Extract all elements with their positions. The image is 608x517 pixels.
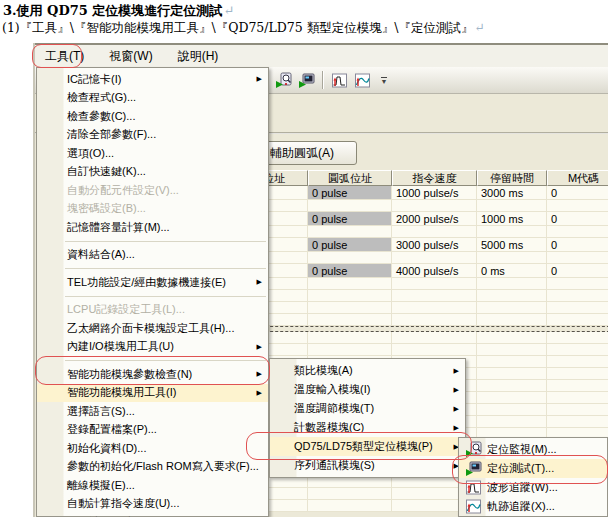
grid-cell[interactable]: 2000 pulse/s [392, 212, 477, 226]
locus-icon [463, 498, 483, 515]
menu-item-qd75-ld75-positioning-module[interactable]: QD75/LD75類型定位模塊(P)▶ [270, 437, 465, 456]
menu-item-label: 序列通訊模塊(S) [294, 458, 375, 473]
grid-cell [477, 344, 547, 356]
menu-item-positioning-monitor[interactable]: 定位監視(M)... [459, 440, 607, 459]
submenu-arrow-icon: ▶ [454, 367, 459, 375]
grid-empty-row [240, 344, 608, 356]
grid-spacer-row [240, 252, 608, 264]
menu-item-locus-trace[interactable]: 軌跡追蹤(X)... [459, 497, 607, 516]
menu-item-label: 選擇語言(S)... [67, 404, 135, 419]
menu-item-label: 參數的初始化/Flash ROM寫入要求(F)... [67, 459, 259, 474]
grid-spacer-row [240, 200, 608, 212]
grid-cell [547, 368, 608, 380]
menu-item-wave-trace[interactable]: 波形追蹤(W)... [459, 478, 607, 497]
qd75-positioning-submenu: 定位監視(M)...定位測試(T)...波形追蹤(W)...軌跡追蹤(X)... [458, 437, 608, 517]
menu-item-temperature-input-module[interactable]: 溫度輸入模塊(I)▶ [270, 380, 465, 399]
menu-item-label: 計數器模塊(C) [294, 420, 364, 435]
menu-item-check-parameter[interactable]: 檢查參數(C)... [37, 107, 268, 126]
submenu-arrow-icon: ▶ [454, 424, 459, 432]
grid-column-header: 圓弧位址 [308, 170, 392, 186]
menu-item-label: 定位監視(M)... [487, 442, 557, 457]
menu-item-label: 記憶體容量計算(M)... [67, 220, 170, 235]
menu-item-temperature-control-module[interactable]: 溫度調節模塊(T)▶ [270, 399, 465, 418]
grid-cell[interactable]: 4000 pulse/s [392, 264, 477, 278]
grid-cell [392, 226, 477, 238]
menu-item-label: 塊密碼設定(B)... [67, 201, 146, 216]
grid-cell[interactable]: 1000 pulse/s [392, 186, 477, 200]
menu-item-ethernet-adapter-module-tool[interactable]: 乙太網路介面卡模塊設定工具(H)... [37, 319, 268, 338]
menu-separator [65, 239, 266, 242]
menu-item-device-auto-assign: 自動分配元件設定(V)... [37, 181, 268, 200]
grid-cell[interactable]: 0 [547, 212, 608, 226]
menu-separator [65, 358, 266, 361]
menu-item-positioning-test[interactable]: 定位測試(T)... [459, 459, 607, 478]
menu-item-check-program[interactable]: 檢查程式(G)... [37, 89, 268, 108]
menu-item-builtin-io-module-tool[interactable]: 內建I/O模塊用工具(U)▶ [37, 338, 268, 357]
grid-empty-row [240, 290, 608, 302]
menu-item-tel-function-modem[interactable]: TEL功能設定/經由數據機連接(E)▶ [37, 273, 268, 292]
grid-cell [392, 278, 477, 290]
grid-cell [547, 290, 608, 302]
menu-item-serial-communication-module[interactable]: 序列通訊模塊(S)▶ [270, 456, 465, 475]
menu-item-intelligent-module-param-check[interactable]: 智能功能模塊參數檢查(N)▶ [37, 365, 268, 384]
toolbar-overflow-chevron-icon[interactable]: ▼ [378, 69, 390, 91]
intelligent-function-submenu: 類比模塊(A)▶溫度輸入模塊(I)▶溫度調節模塊(T)▶計數器模塊(C)▶QD7… [269, 358, 466, 478]
menu-item-label: 類比模塊(A) [294, 363, 353, 378]
submenu-arrow-icon: ▶ [257, 278, 262, 286]
grid-cell[interactable]: 0 pulse [308, 186, 392, 200]
grid-cell[interactable]: 0 [547, 264, 608, 278]
menu-item-memory-capacity-calculation[interactable]: 記憶體容量計算(M)... [37, 218, 268, 237]
menu-item-options[interactable]: 選項(O)... [37, 144, 268, 163]
menu-item-label: LCPU記錄設定工具(L)... [67, 302, 185, 317]
grid-cell[interactable]: 0 [547, 238, 608, 252]
menu-item-label: 初始化資料(D)... [67, 441, 146, 456]
menu-item-auto-calc-command-speed[interactable]: 自動計算指令速度(U)... [37, 495, 268, 514]
menu-item-analog-module[interactable]: 類比模塊(A)▶ [270, 361, 465, 380]
grid-cell[interactable]: 0 ms [477, 264, 547, 278]
menu-item-register-profile[interactable]: 登錄配置檔案(P)... [37, 421, 268, 440]
grid-cell[interactable]: 3000 ms [477, 186, 547, 200]
menu-item-label: 智能功能模塊用工具(I) [67, 385, 176, 400]
grid-cell [392, 200, 477, 212]
grid-spacer-row [240, 278, 608, 290]
wave-icon [463, 479, 483, 496]
menubar-item-help[interactable]: 說明(H) [168, 46, 229, 67]
menu-item-param-init-flash-rom[interactable]: 參數的初始化/Flash ROM寫入要求(F)... [37, 458, 268, 477]
menu-item-offline-simulation[interactable]: 離線模擬(E)... [37, 476, 268, 495]
menu-item-intelligent-module-tool[interactable]: 智能功能模塊用工具(I)▶ [37, 384, 268, 403]
menu-item-label: TEL功能設定/經由數據機連接(E) [67, 275, 226, 290]
menu-item-label: 選項(O)... [67, 146, 114, 161]
menu-item-auto-calc-auxiliary-arc[interactable]: 自動計算輔助圓弧(A)... [37, 513, 268, 517]
grid-cell [308, 332, 392, 344]
grid-cell[interactable]: 0 pulse [308, 238, 392, 252]
menu-item-clear-all-parameters[interactable]: 清除全部參數(F)... [37, 126, 268, 145]
menubar-item-tools[interactable]: 工具(T) [35, 46, 94, 67]
toolbar-wave-trace-button[interactable] [328, 69, 350, 91]
grid-data-row: 0 pulse2000 pulse/s1000 ms0 [240, 212, 608, 226]
menu-item-counter-module[interactable]: 計數器模塊(C)▶ [270, 418, 465, 437]
menu-item-ic-memory-card[interactable]: IC記憶卡(I)▶ [37, 70, 268, 89]
menu-item-label: 自訂快速鍵(K)... [67, 164, 146, 179]
monitor-icon [463, 441, 483, 458]
grid-cell [308, 226, 392, 238]
menu-item-initialize-data[interactable]: 初始化資料(D)... [37, 439, 268, 458]
grid-cell[interactable]: 0 pulse [308, 212, 392, 226]
menu-item-customize-keyboard[interactable]: 自訂快速鍵(K)... [37, 163, 268, 182]
menubar-item-window[interactable]: 視窗(W) [99, 46, 162, 67]
heading-line-2-text: (1)『工具』\『智能功能模塊用工具』\『QD75/LD75 類型定位模塊』\『… [2, 20, 473, 35]
grid-cell[interactable]: 1000 ms [477, 212, 547, 226]
grid-cell[interactable]: 5000 ms [477, 238, 547, 252]
grid-cell[interactable]: 0 pulse [308, 264, 392, 278]
grid-cell[interactable]: 0 [547, 186, 608, 200]
grid-cell [547, 392, 608, 404]
submenu-arrow-icon: ▶ [454, 386, 459, 394]
menu-item-label: 軌跡追蹤(X)... [487, 499, 555, 514]
menu-item-select-language[interactable]: 選擇語言(S)... [37, 402, 268, 421]
grid-cell [308, 278, 392, 290]
grid-cell[interactable]: 3000 pulse/s [392, 238, 477, 252]
menu-item-label: 溫度輸入模塊(I) [294, 382, 370, 397]
toolbar-positioning-monitor-button[interactable] [272, 69, 294, 91]
toolbar-locus-trace-button[interactable] [351, 69, 373, 91]
menu-item-merge-data[interactable]: 資料結合(A)... [37, 246, 268, 265]
toolbar-positioning-test-button[interactable] [295, 69, 317, 91]
